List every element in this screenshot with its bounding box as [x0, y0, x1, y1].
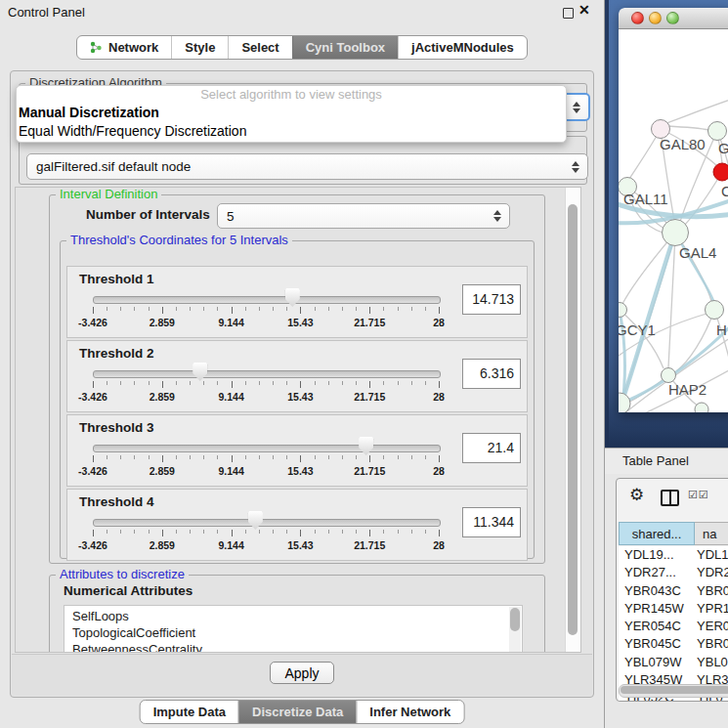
network-node[interactable]	[695, 403, 708, 412]
attribute-item-selfloops[interactable]: SelfLoops	[64, 608, 522, 624]
slider-thumb[interactable]	[285, 288, 300, 307]
network-node-h[interactable]	[706, 301, 724, 320]
app-root: Control Panel ✕ NetworkStyleSelectCyni T…	[0, 0, 728, 728]
network-node-label: C	[721, 183, 728, 199]
slider-tick-labels: -3.4262.8599.14415.4321.71528	[93, 539, 439, 551]
slider-ticks	[93, 381, 439, 389]
threshold-label: Threshold 4	[79, 494, 154, 509]
network-canvas[interactable]: GAL80GCGAL11GAL4GCY1HHAP2	[619, 29, 728, 412]
settings-scrollpane: Interval Definition Number of Intervals …	[15, 187, 581, 653]
close-traffic-light-icon[interactable]	[631, 12, 644, 24]
combo-arrows-icon	[493, 210, 501, 222]
table-data-value: galFiltered.sif default node	[36, 159, 191, 174]
column-header-shared[interactable]: shared...	[619, 522, 695, 545]
cell-name: YER0	[692, 618, 728, 635]
tab-discretize-data[interactable]: Discretize Data	[238, 701, 356, 723]
cell-shared-name: YBL079W	[619, 654, 692, 671]
cyni-toolbox-panel: Discretization Algorithm Select algorith…	[10, 70, 594, 698]
slider-tick-labels: -3.4262.8599.14415.4321.71528	[93, 465, 439, 477]
network-graph: GAL80GCGAL11GAL4GCY1HHAP2	[619, 29, 728, 412]
dropdown-item-equal-width-frequency[interactable]: Equal Width/Frequency Discretization	[17, 122, 566, 141]
network-node-label: GAL80	[660, 136, 706, 152]
panel-title: Control Panel	[8, 5, 85, 20]
slider-track[interactable]	[93, 445, 441, 452]
table-rows: YDL19...YDL1YDR27...YDR2YBR043CYBR0YPR14…	[619, 546, 728, 702]
network-node-g[interactable]	[708, 122, 727, 141]
table-row[interactable]: YPR145WYPR1	[619, 600, 728, 618]
attribute-item-topologicalcoefficient[interactable]: TopologicalCoefficient	[64, 624, 522, 641]
slider-track[interactable]	[93, 519, 441, 527]
list-scrollbar-thumb[interactable]	[510, 608, 520, 631]
combo-arrows-icon	[572, 161, 579, 173]
tab-jactivemnodules[interactable]: jActiveMNodules	[398, 36, 527, 59]
tab-style[interactable]: Style	[171, 36, 228, 59]
cell-name: YPR1	[692, 600, 728, 618]
table-row[interactable]: YER054CYER0	[619, 618, 728, 635]
threshold-value-field[interactable]: 6.316	[462, 359, 521, 389]
top-tab-bar: NetworkStyleSelectCyni ToolboxjActiveMNo…	[76, 35, 528, 60]
attribute-item-betweennesscentrality[interactable]: BetweennessCentrality	[64, 641, 522, 653]
network-view-window: GAL80GCGAL11GAL4GCY1HHAP2	[619, 8, 728, 412]
list-scrollbar[interactable]	[509, 607, 521, 653]
vertical-scrollbar-thumb[interactable]	[568, 204, 578, 635]
tab-select[interactable]: Select	[228, 36, 291, 59]
numerical-attributes-label: Numerical Attributes	[64, 583, 193, 598]
network-node-label: HAP2	[668, 381, 707, 398]
slider-track[interactable]	[93, 296, 441, 304]
control-panel: Control Panel ✕ NetworkStyleSelectCyni T…	[0, 0, 605, 728]
tab-cyni-toolbox[interactable]: Cyni Toolbox	[292, 36, 398, 59]
float-icon[interactable]	[563, 8, 574, 19]
apply-button[interactable]: Apply	[270, 662, 334, 684]
network-node[interactable]	[619, 393, 630, 412]
group-title: Threshold's Coordinates for 5 Intervals	[66, 233, 292, 247]
threshold-value-field[interactable]: 14.713	[462, 284, 521, 315]
combo-arrows-icon	[573, 102, 580, 113]
gear-icon[interactable]: ⚙	[629, 485, 644, 505]
table-row[interactable]: YDR27...YDR2	[619, 564, 728, 581]
slider-thumb[interactable]	[193, 363, 207, 381]
number-of-intervals-combobox[interactable]: 5	[217, 203, 510, 229]
horizontal-scrollbar-thumb[interactable]	[621, 686, 728, 694]
close-icon[interactable]: ✕	[578, 2, 590, 18]
cell-shared-name: YPR145W	[619, 600, 692, 618]
table-row[interactable]: YBR043CYBR0	[619, 582, 728, 600]
thresholds-group: Threshold's Coordinates for 5 Intervals …	[60, 240, 535, 559]
cell-shared-name: YDL19...	[619, 546, 692, 564]
tab-network[interactable]: Network	[77, 36, 171, 59]
group-title: Attributes to discretize	[56, 567, 189, 581]
horizontal-scrollbar[interactable]	[619, 684, 728, 698]
split-columns-icon[interactable]	[661, 490, 679, 506]
dropdown-prompt: Select algorithm to view settings	[17, 86, 566, 104]
bottom-tab-bar: Impute DataDiscretize DataInfer Network	[140, 700, 465, 724]
zoom-traffic-light-icon[interactable]	[666, 12, 679, 24]
table-data-combobox[interactable]: galFiltered.sif default node	[26, 153, 588, 180]
tab-label: Discretize Data	[252, 705, 343, 719]
column-header-name[interactable]: na	[695, 522, 728, 545]
network-node-gal4[interactable]	[663, 220, 689, 246]
vertical-scrollbar[interactable]	[565, 188, 580, 652]
tab-infer-network[interactable]: Infer Network	[356, 701, 463, 723]
tab-label: Select	[241, 40, 278, 55]
table-row[interactable]: YBL079WYBL0	[619, 654, 728, 671]
cell-name: YBR0	[692, 582, 728, 600]
cell-name: YBR0	[692, 635, 728, 653]
algorithm-dropdown-popup: Select algorithm to view settings Manual…	[16, 85, 567, 143]
numerical-attributes-list[interactable]: SelfLoopsTopologicalCoefficientBetweenne…	[64, 605, 523, 653]
minimize-traffic-light-icon[interactable]	[649, 12, 662, 24]
tab-label: Network	[108, 40, 158, 55]
threshold-value-field[interactable]: 21.4	[462, 433, 521, 463]
slider-track[interactable]	[93, 370, 441, 378]
network-node-c[interactable]	[713, 163, 728, 181]
slider-thumb[interactable]	[359, 437, 373, 455]
dropdown-item-manual-discretization[interactable]: Manual Discretization	[17, 104, 566, 122]
slider-thumb[interactable]	[248, 511, 263, 530]
threshold-value-field[interactable]: 11.344	[462, 507, 521, 537]
column-checkboxes-icon[interactable]: ☑☑	[688, 489, 709, 501]
slider-ticks	[93, 530, 439, 537]
threshold-panel-3: Threshold 3-3.4262.8599.14415.4321.71528…	[66, 414, 528, 487]
tab-impute-data[interactable]: Impute Data	[141, 701, 238, 723]
slider-tick-labels: -3.4262.8599.14415.4321.71528	[93, 317, 439, 328]
tab-label: Infer Network	[369, 705, 450, 719]
table-row[interactable]: YDL19...YDL1	[619, 546, 728, 564]
table-row[interactable]: YBR045CYBR0	[619, 635, 728, 653]
